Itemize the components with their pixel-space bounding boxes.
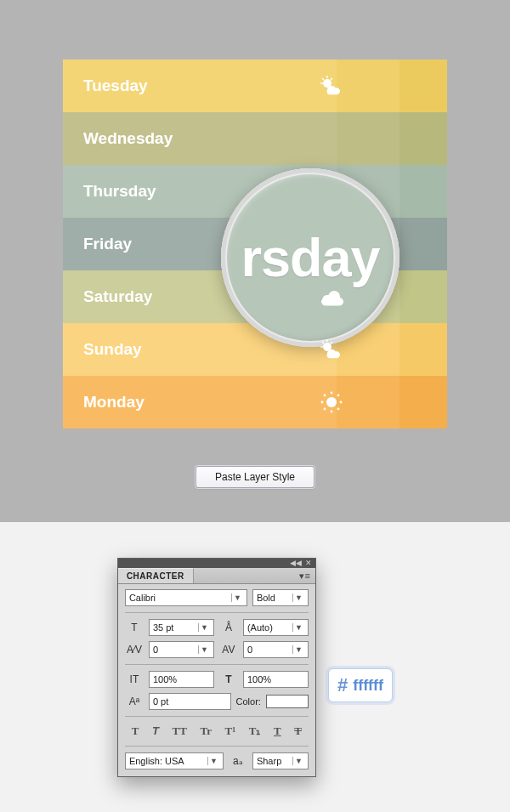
svg-point-18: [337, 408, 340, 411]
day-label: Monday: [63, 393, 216, 412]
day-label: Tuesday: [63, 77, 216, 95]
close-icon[interactable]: ✕: [305, 559, 312, 567]
partly-sunny-icon: [216, 338, 447, 361]
cloudy-icon: [216, 287, 447, 307]
tutorial-canvas: Tuesday Wednesday Thursday Friday Saturd…: [0, 0, 510, 522]
vscale-icon: IT: [125, 673, 144, 685]
day-label: Saturday: [63, 287, 216, 306]
antialias-select[interactable]: Sharp▼: [252, 752, 309, 769]
tracking-input[interactable]: 0▼: [243, 641, 309, 658]
leading-input[interactable]: (Auto)▼: [243, 619, 309, 636]
color-swatch[interactable]: [266, 695, 309, 708]
day-row-wednesday[interactable]: Wednesday: [63, 112, 447, 165]
partly-sunny-icon: [216, 75, 447, 97]
day-label: Wednesday: [63, 129, 216, 148]
day-row-monday[interactable]: Monday: [63, 376, 447, 429]
leading-icon: Å: [219, 622, 238, 633]
font-size-icon: T: [125, 622, 144, 633]
font-size-input[interactable]: 35 pt▼: [149, 619, 214, 636]
panel-menu-icon[interactable]: ▾≡: [294, 571, 314, 582]
svg-line-3: [322, 78, 324, 80]
font-family-select[interactable]: Calibri▼: [125, 589, 247, 606]
collapse-icon[interactable]: ◀◀: [290, 559, 302, 567]
svg-point-16: [337, 395, 340, 397]
color-label: Color:: [236, 696, 261, 707]
day-row-sunday[interactable]: Sunday: [63, 323, 447, 376]
day-row-saturday[interactable]: Saturday: [63, 270, 447, 323]
svg-point-14: [340, 401, 343, 404]
svg-point-12: [331, 411, 333, 413]
day-label: Friday: [63, 235, 216, 253]
hash-icon: #: [337, 674, 348, 696]
baseline-icon: Aª: [125, 696, 144, 707]
kerning-icon: A∕V: [125, 644, 144, 656]
day-row-thursday[interactable]: Thursday: [63, 165, 447, 218]
day-row-tuesday[interactable]: Tuesday: [63, 60, 447, 112]
character-panel[interactable]: ◀◀ ✕ CHARACTER ▾≡ Calibri▼ Bold▼ T 35 pt…: [117, 558, 316, 777]
hscale-icon: T: [219, 673, 238, 685]
language-select[interactable]: English: USA▼: [125, 752, 224, 769]
svg-line-4: [331, 78, 332, 80]
font-weight-select[interactable]: Bold▼: [252, 589, 309, 606]
color-hex-callout: # ffffff: [328, 668, 393, 702]
baseline-input[interactable]: 0 pt: [149, 693, 231, 710]
day-label: Thursday: [63, 182, 216, 201]
tab-character[interactable]: CHARACTER: [118, 568, 194, 583]
day-label: Sunday: [63, 340, 216, 359]
svg-point-11: [331, 392, 333, 395]
svg-point-15: [324, 395, 326, 397]
hscale-input[interactable]: 100%: [243, 671, 309, 688]
hex-value: ffffff: [353, 677, 383, 695]
svg-line-8: [322, 342, 324, 344]
character-panel-area: ◀◀ ✕ CHARACTER ▾≡ Calibri▼ Bold▼ T 35 pt…: [0, 522, 510, 812]
sunny-icon: [216, 390, 447, 414]
antialias-icon: aₐ: [229, 755, 247, 767]
kerning-input[interactable]: 0▼: [149, 641, 214, 658]
svg-point-10: [326, 397, 337, 407]
tracking-icon: AV: [219, 644, 238, 656]
paste-layer-style-button[interactable]: Paste Layer Style: [196, 466, 314, 488]
day-row-friday[interactable]: Friday: [63, 218, 447, 270]
weather-widget: Tuesday Wednesday Thursday Friday Saturd…: [63, 60, 447, 429]
panel-titlebar[interactable]: ◀◀ ✕: [118, 559, 315, 568]
type-style-toolbar[interactable]: TTTTTrT¹T₁TT: [125, 723, 309, 740]
svg-point-13: [321, 401, 324, 404]
svg-line-9: [331, 342, 332, 344]
svg-point-17: [324, 408, 326, 411]
vscale-input[interactable]: 100%: [149, 671, 214, 688]
